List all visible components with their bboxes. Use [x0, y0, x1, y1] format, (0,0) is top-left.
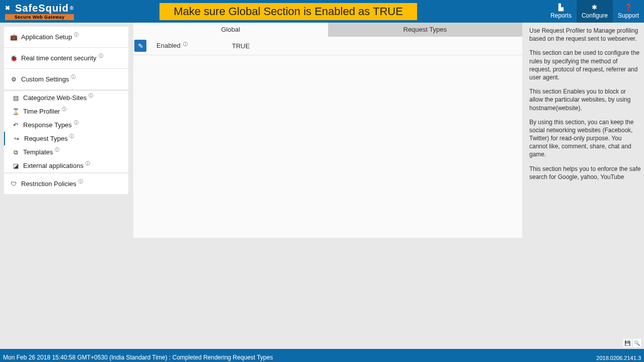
edit-button[interactable]: ✎ — [134, 40, 146, 52]
shield-icon: 🛡 — [10, 180, 17, 188]
top-bar: SafeSquid ® Secure Web Gateway Make sure… — [0, 0, 644, 23]
main-row: 💼 Application Setup ⓘ 🐞 Real time conten… — [0, 23, 644, 349]
info-icon: ⓘ — [89, 93, 93, 99]
info-icon: ⓘ — [78, 178, 83, 185]
share-nodes-icon: ✱ — [592, 4, 597, 11]
logo-subtitle: Secure Web Gateway — [5, 14, 74, 20]
help-text: This section helps you to enforce the sa… — [529, 165, 641, 181]
briefcase-icon: 💼 — [10, 34, 17, 41]
save-button[interactable]: 💾 — [623, 339, 631, 347]
sidebar-label: Templates — [23, 148, 53, 156]
nav-configure-label: Configure — [582, 12, 608, 19]
hourglass-icon: ⌛ — [12, 108, 19, 115]
info-icon: ⓘ — [74, 120, 78, 126]
footer: Mon Feb 26 2018 15:40:58 GMT+0530 (India… — [0, 349, 644, 362]
setting-label-text: Enabled — [156, 42, 181, 49]
content: Global Request Types ✎ Enabled ⓘ TRUE Us… — [128, 23, 644, 349]
info-icon: ⓘ — [74, 32, 78, 38]
sidebar-label: Real time content security — [21, 54, 97, 62]
nav-support-label: Support — [618, 12, 639, 19]
sidebar-label: Restriction Policies — [21, 180, 76, 188]
sidebar-label: Application Setup — [21, 33, 72, 41]
sidebar-item-time-profiler[interactable]: ⌛ Time Profiler ⓘ — [4, 105, 128, 118]
forward-icon: ↪ — [13, 135, 20, 142]
app-icon: ◪ — [12, 162, 19, 169]
help-text: This section Enables you to block or all… — [529, 87, 641, 112]
help-column: Use Request Profiler to Manage profiling… — [526, 23, 644, 349]
logo[interactable]: SafeSquid ® Secure Web Gateway — [0, 3, 79, 20]
sidebar-item-categorize[interactable]: ▤ Categorize Web-Sites ⓘ — [4, 91, 128, 105]
sidebar-label: Time Profiler — [23, 108, 60, 115]
sidebar-item-custom[interactable]: ⚙ Custom Settings ⓘ — [4, 69, 128, 89]
bar-chart-icon: ▙ — [558, 4, 564, 11]
center-column: Global Request Types ✎ Enabled ⓘ TRUE — [128, 23, 526, 349]
template-icon: ⧉ — [12, 149, 19, 156]
banner-message: Make sure Global Section is Enabled as T… — [159, 3, 417, 20]
nav-support[interactable]: ❓ Support — [613, 0, 644, 23]
sidebar-label: Custom Settings — [21, 75, 69, 83]
setting-row-enabled: ✎ Enabled ⓘ TRUE — [133, 37, 522, 55]
sidebar-label: External applications — [23, 162, 84, 169]
search-icon: 🔍 — [634, 340, 640, 346]
sidebar-item-templates[interactable]: ⧉ Templates ⓘ — [4, 145, 128, 159]
info-icon: ⓘ — [69, 133, 74, 140]
sidebar: 💼 Application Setup ⓘ 🐞 Real time conten… — [0, 23, 128, 349]
list-icon: ▤ — [12, 95, 19, 102]
tab-request-types[interactable]: Request Types — [328, 23, 523, 37]
bug-icon: 🐞 — [10, 55, 17, 62]
question-icon: ❓ — [624, 4, 632, 11]
help-text: This section can be used to configure th… — [529, 49, 641, 81]
sidebar-item-restriction[interactable]: 🛡 Restriction Policies ⓘ — [4, 173, 128, 194]
logo-icon — [5, 5, 13, 13]
sidebar-item-realtime[interactable]: 🐞 Real time content security ⓘ — [4, 48, 128, 68]
version-text: 2018.0206.2141.3 — [596, 355, 641, 361]
tabs: Global Request Types — [133, 23, 522, 37]
logo-reg: ® — [70, 6, 74, 11]
sidebar-item-response-types[interactable]: ↶ Response Types ⓘ — [4, 118, 128, 132]
help-text: By using this section, you can keep the … — [529, 118, 641, 159]
info-icon: ⓘ — [183, 42, 188, 47]
info-icon: ⓘ — [86, 160, 90, 167]
info-icon: ⓘ — [62, 106, 66, 113]
sidebar-item-app-setup[interactable]: 💼 Application Setup ⓘ — [4, 27, 128, 47]
tab-global[interactable]: Global — [133, 23, 328, 37]
help-text: Use Request Profiler to Manage profiling… — [529, 27, 641, 43]
setting-label: Enabled ⓘ — [156, 42, 227, 50]
top-nav: ▙ Reports ✱ Configure ❓ Support — [545, 0, 644, 23]
sliders-icon: ⚙ — [10, 76, 17, 83]
sidebar-label: Categorize Web-Sites — [23, 94, 87, 102]
info-icon: ⓘ — [71, 74, 75, 80]
info-icon: ⓘ — [55, 147, 59, 153]
nav-configure[interactable]: ✱ Configure — [577, 0, 613, 23]
search-button[interactable]: 🔍 — [633, 339, 641, 347]
sidebar-label: Response Types — [23, 121, 72, 129]
edit-icon: ✎ — [138, 42, 143, 50]
reply-icon: ↶ — [12, 122, 19, 129]
nav-reports[interactable]: ▙ Reports — [545, 0, 577, 23]
sidebar-label: Request Types — [24, 135, 67, 142]
status-text: Mon Feb 26 2018 15:40:58 GMT+0530 (India… — [3, 354, 273, 361]
logo-text: SafeSquid — [15, 3, 69, 14]
info-icon: ⓘ — [99, 53, 103, 59]
setting-value: TRUE — [232, 42, 250, 50]
save-icon: 💾 — [624, 340, 630, 346]
sidebar-item-request-types[interactable]: ↪ Request Types ⓘ — [4, 132, 128, 145]
global-panel: ✎ Enabled ⓘ TRUE — [133, 37, 522, 238]
nav-reports-label: Reports — [550, 12, 572, 19]
footer-icon-group: 💾 🔍 — [623, 339, 641, 347]
sidebar-item-external-apps[interactable]: ◪ External applications ⓘ — [4, 159, 128, 172]
